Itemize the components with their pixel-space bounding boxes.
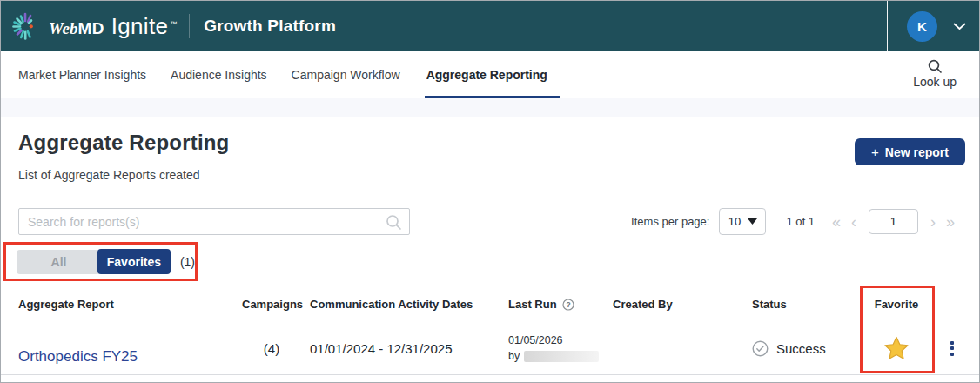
brand-ignite: Ignite [111, 13, 168, 40]
next-page-button[interactable]: › [925, 214, 941, 230]
tab-campaign-workflow[interactable]: Campaign Workflow [292, 51, 400, 98]
app-header: WebMDIgnite™ Growth Platform K [1, 1, 979, 51]
filter-all-button[interactable]: All [17, 250, 101, 274]
last-run-label: Last Run [508, 298, 557, 311]
column-header-campaigns: Campaigns [242, 298, 301, 311]
column-header-status: Status [743, 298, 849, 311]
report-search [18, 208, 410, 235]
svg-text:?: ? [566, 300, 570, 309]
page-info: 1 of 1 [786, 215, 815, 228]
avatar[interactable]: K [907, 11, 937, 42]
search-icon [385, 213, 402, 231]
redacted-user-name [524, 351, 599, 362]
annotation-box-favorites-toggle: All Favorites (1) [3, 242, 198, 281]
table-row: Orthopedics FY25 (4) 01/01/2024 - 12/31/… [1, 322, 979, 375]
last-run-cell: 01/05/2026 by [500, 333, 604, 364]
status-badge: Success [776, 341, 826, 356]
column-header-last-run: Last Run ? [500, 298, 604, 311]
first-page-button[interactable]: « [827, 214, 846, 230]
items-per-page-label: Items per page: [631, 215, 709, 228]
tab-aggregate-reporting[interactable]: Aggregate Reporting [425, 51, 560, 98]
new-report-label: New report [885, 145, 949, 159]
items-per-page-select[interactable]: 10 [719, 208, 766, 235]
search-icon [913, 58, 957, 74]
header-divider [887, 1, 888, 51]
campaigns-count: (4) [242, 341, 301, 356]
brand-trademark: ™ [170, 20, 177, 28]
brand-md: MD [77, 19, 104, 38]
page-title: Aggregate Reporting [18, 131, 229, 155]
last-page-button[interactable]: » [941, 214, 960, 230]
column-header-communication-activity-dates: Communication Activity Dates [301, 298, 500, 311]
filter-favorites-button[interactable]: Favorites [97, 249, 171, 274]
lookup-button[interactable]: Look up [913, 58, 957, 89]
last-run-by-label: by [508, 348, 520, 364]
lookup-label: Look up [913, 75, 957, 89]
report-name-link[interactable]: Orthopedics FY25 [1, 348, 242, 366]
page-number-input[interactable] [869, 209, 918, 234]
caret-down-icon [748, 218, 757, 225]
pager: « ‹ › » [827, 209, 960, 234]
platform-title: Growth Platform [204, 17, 336, 36]
page-subtitle: List of Aggregate Reports created [18, 168, 200, 182]
help-icon[interactable]: ? [562, 299, 574, 311]
favorites-count: (1) [180, 255, 195, 269]
brand-web: Web [49, 19, 77, 38]
last-run-date: 01/05/2026 [508, 333, 604, 348]
items-per-page-value: 10 [728, 215, 741, 228]
account-chevron-down-icon[interactable] [953, 23, 966, 30]
list-controls: Items per page: 10 1 of 1 « ‹ › » [631, 208, 960, 235]
previous-page-button[interactable]: ‹ [846, 214, 862, 230]
webmd-ignite-logo-icon [9, 7, 42, 45]
brand-wordmark: WebMDIgnite™ [49, 13, 177, 40]
new-report-button[interactable]: + New report [855, 138, 965, 165]
tab-market-planner-insights[interactable]: Market Planner Insights [18, 51, 146, 98]
nav-separator-band [1, 98, 979, 117]
search-input[interactable] [19, 215, 385, 229]
table-header-row: Aggregate Report Campaigns Communication… [1, 298, 979, 311]
favorite-toggle[interactable] [849, 335, 943, 361]
status-cell: Success [743, 340, 849, 357]
tab-audience-insights[interactable]: Audience Insights [171, 51, 267, 98]
communication-activity-dates: 01/01/2024 - 12/31/2025 [301, 341, 500, 356]
primary-nav: Market Planner Insights Audience Insight… [1, 51, 979, 98]
brand-divider [189, 14, 190, 38]
column-header-favorite: Favorite [849, 298, 943, 311]
star-icon [883, 335, 910, 361]
app-window: WebMDIgnite™ Growth Platform K Market Pl… [0, 0, 980, 383]
header-account-area: K [887, 1, 979, 51]
column-header-created-by: Created By [604, 298, 743, 311]
row-kebab-menu[interactable] [950, 341, 954, 356]
success-check-icon [752, 340, 769, 357]
plus-icon: + [871, 144, 879, 159]
column-header-aggregate-report: Aggregate Report [1, 298, 242, 311]
